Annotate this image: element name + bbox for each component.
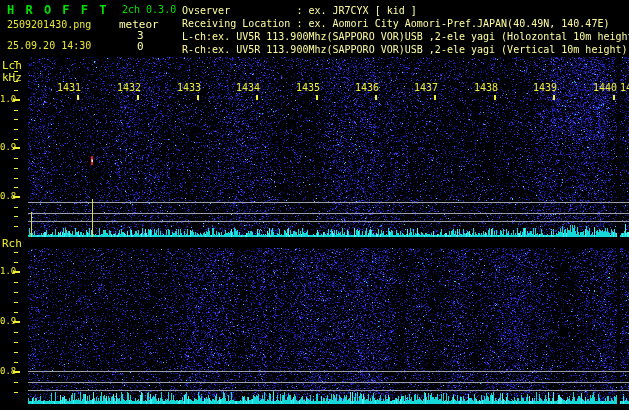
rch-rig-line: R-ch:ex. UV5R 113.900Mhz(SAPPORO VOR)USB…: [182, 45, 628, 55]
rch-tick-0_8: 0.8: [0, 367, 14, 376]
rch-panel-label: Rch: [2, 238, 22, 249]
header: H R O F F T 2ch 0.3.0 2509201430.png met…: [0, 0, 629, 57]
time-label-1435: 1435: [296, 83, 320, 93]
time-label-1438: 1438: [474, 83, 498, 93]
filename-label: 2509201430.png: [7, 20, 91, 30]
spectrogram-canvas: [0, 0, 629, 410]
time-label-1433: 1433: [177, 83, 201, 93]
app-title: H R O F F T: [7, 4, 108, 16]
lch-tick-0_9: 0.9: [0, 143, 14, 152]
observer-line: Ovserver : ex. JR7CYX [ kid ]: [182, 6, 417, 16]
time-label-1432: 1432: [117, 83, 141, 93]
datetime-label: 25.09.20 14:30: [7, 41, 91, 51]
lch-tick-0_8: 0.8: [0, 192, 14, 201]
hrofft-window: H R O F F T 2ch 0.3.0 2509201430.png met…: [0, 0, 629, 410]
long-echo-count: 0: [137, 41, 144, 52]
time-label-1431: 1431: [57, 83, 81, 93]
time-label-1439: 1439: [533, 83, 557, 93]
time-label-1437: 1437: [414, 83, 438, 93]
rch-tick-1_0: 1.0: [0, 267, 14, 276]
version-label: 2ch 0.3.0: [122, 5, 176, 15]
lch-tick-1_0: 1.0: [0, 95, 14, 104]
lch-rig-line: L-ch:ex. UV5R 113.900Mhz(SAPPORO VOR)USB…: [182, 32, 629, 42]
time-label-partial: 14: [620, 83, 629, 93]
lch-unit-label: kHz: [2, 72, 22, 83]
rch-tick-0_9: 0.9: [0, 317, 14, 326]
time-label-1440: 1440: [593, 83, 617, 93]
lch-panel-label: Lch: [2, 60, 22, 71]
location-line: Receiving Location : ex. Aomori City Aom…: [182, 19, 609, 29]
time-label-1436: 1436: [355, 83, 379, 93]
station-info-block: Ovserver : ex. JR7CYX [ kid ] Receiving …: [182, 6, 629, 58]
time-label-1434: 1434: [236, 83, 260, 93]
